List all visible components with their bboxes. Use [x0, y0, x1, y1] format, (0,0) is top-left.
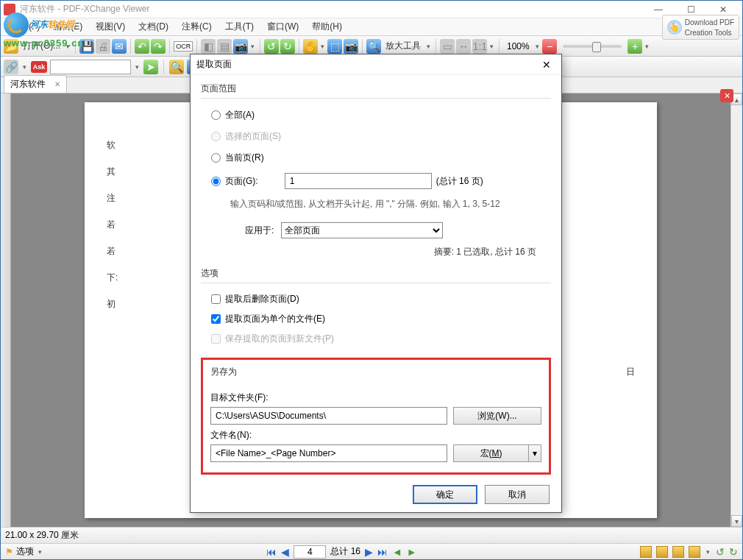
select-icon[interactable]: ⬚ — [327, 39, 342, 54]
save-as-highlight: 另存为 目标文件夹(F): 浏览(W)... 文件名(N): 宏(M) ▾ — [201, 358, 551, 475]
extract-pages-dialog: 提取页面 ✕ 页面范围 全部(A) 选择的页面(S) 当前页(R) 页面(G):… — [190, 54, 562, 513]
zoom-out-icon[interactable]: − — [542, 39, 557, 54]
scroll-down-icon[interactable]: ▾ — [731, 515, 742, 527]
nav-back-icon[interactable]: ◄ — [392, 546, 402, 558]
titlebar: 河东软件 - PDF-XChange Viewer — ☐ ✕ — [1, 1, 742, 18]
ok-button[interactable]: 确定 — [413, 485, 477, 504]
dialog-close-button[interactable]: ✕ — [538, 57, 555, 72]
tool-icon-2[interactable]: ▤ — [217, 39, 232, 54]
radio-pages-row: 页面(G): (总计 16 页) — [201, 169, 551, 194]
snapshot-icon[interactable]: 📷 — [233, 39, 248, 54]
save-icon[interactable]: 💾 — [79, 39, 94, 54]
tab-active[interactable]: 河东软件 ✕ — [4, 75, 67, 93]
menu-window[interactable]: 窗口(W) — [261, 18, 305, 35]
last-page-icon[interactable]: ⏭ — [377, 546, 388, 558]
cancel-button[interactable]: 取消 — [485, 485, 550, 504]
browse-button[interactable]: 浏览(W)... — [453, 407, 541, 425]
menu-edit[interactable]: 编辑(E) — [47, 18, 88, 35]
layout-facing-icon[interactable] — [672, 546, 684, 558]
redo-icon[interactable]: ↷ — [151, 39, 166, 54]
window-title: 河东软件 - PDF-XChange Viewer — [20, 3, 642, 15]
search-input[interactable] — [50, 60, 131, 74]
search-go-icon[interactable]: ➤ — [143, 60, 158, 74]
camera-icon[interactable]: 📷 — [344, 39, 358, 54]
zoom-in-icon[interactable]: + — [628, 39, 642, 54]
macro-dropdown[interactable]: ▾ — [528, 444, 541, 462]
pages-input[interactable] — [285, 173, 432, 189]
apply-label: 应用于: — [245, 224, 274, 237]
radio-all[interactable]: 全部(A) — [201, 104, 551, 126]
left-sidebar[interactable] — [1, 93, 11, 527]
apply-select[interactable]: 全部页面 — [281, 222, 443, 238]
filename-label: 文件名(N): — [210, 425, 541, 444]
tab-close-icon[interactable]: ✕ — [54, 80, 60, 88]
page-range-legend: 页面范围 — [201, 82, 551, 99]
rotate-ccw-icon[interactable]: ↺ — [716, 546, 725, 558]
layout-single-icon[interactable] — [640, 546, 652, 558]
menu-help[interactable]: 帮助(H) — [306, 18, 348, 35]
folder-label: 目标文件夹(F): — [210, 387, 541, 407]
dialog-title: 提取页面 — [196, 58, 232, 71]
layout-continuous-icon[interactable] — [656, 546, 668, 558]
rotate-right-icon[interactable]: ↻ — [280, 39, 295, 54]
page-number-input[interactable] — [294, 545, 326, 559]
open-button[interactable]: 打开(O)... — [20, 40, 63, 52]
open-icon[interactable]: 📂 — [4, 39, 18, 54]
page-dimensions: 21.00 x 29.70 厘米 — [5, 529, 79, 542]
hand-icon[interactable]: ✋ — [303, 39, 318, 54]
check-save-new: 保存提取的页面到新文件(P) — [201, 329, 551, 349]
fit-width-icon[interactable]: ↔ — [456, 39, 471, 54]
layout-facing-cont-icon[interactable] — [689, 546, 700, 558]
app-icon — [4, 4, 15, 15]
undo-icon[interactable]: ↶ — [135, 39, 149, 54]
ocr-button[interactable]: OCR — [174, 41, 193, 52]
options-button[interactable]: 选项 — [16, 545, 34, 558]
rotate-left-icon[interactable]: ↺ — [264, 39, 279, 54]
zoom-tool-icon[interactable]: 🔍 — [366, 39, 381, 54]
menu-document[interactable]: 文档(D) — [132, 18, 174, 35]
tool-icon-1[interactable]: ◧ — [201, 39, 216, 54]
saveas-legend: 另存为 — [210, 366, 541, 381]
menu-comment[interactable]: 注释(C) — [176, 18, 218, 35]
menu-view[interactable]: 视图(V) — [90, 18, 131, 35]
page-total: 总计 16 — [330, 545, 360, 558]
actual-size-icon[interactable]: 1:1 — [472, 39, 487, 54]
radio-selected: 选择的页面(S) — [201, 126, 551, 147]
range-summary: 摘要: 1 已选取, 总计 16 页 — [201, 243, 551, 258]
zoom-value[interactable]: 100% — [503, 41, 533, 52]
download-icon: 👆 — [667, 20, 682, 35]
menu-tools[interactable]: 工具(T) — [219, 18, 260, 35]
radio-current[interactable]: 当前页(R) — [201, 147, 551, 169]
download-pdf-tools-button[interactable]: 👆 Download PDFCreation Tools — [662, 15, 739, 40]
close-doc-icon[interactable]: ✕ — [720, 89, 733, 102]
check-delete-after[interactable]: 提取后删除页面(D) — [201, 289, 551, 309]
check-separate-files[interactable]: 提取页面为单个的文件(E) — [201, 309, 551, 329]
email-icon[interactable]: ✉ — [112, 39, 127, 54]
navigation-bar: ⚑ 选项▾ ⏮ ◀ 总计 16 ▶ ⏭ ◄ ► ▾ ↺ ↻ — [1, 543, 742, 559]
print-icon[interactable]: 🖨 — [96, 39, 110, 54]
folder-input[interactable] — [210, 407, 447, 425]
next-page-icon[interactable]: ▶ — [365, 546, 373, 558]
status-bar: 21.00 x 29.70 厘米 — [1, 527, 742, 543]
zoom-slider[interactable] — [563, 45, 622, 48]
rotate-cw-icon[interactable]: ↻ — [729, 546, 738, 558]
find-icon[interactable]: 🔍 — [169, 60, 184, 74]
fit-page-icon[interactable]: ▭ — [440, 39, 455, 54]
first-page-icon[interactable]: ⏮ — [266, 546, 277, 558]
pages-hint: 输入页码和/或范围, 从文档开头计起, 用 "," 分隔. 例如, 输入 1, … — [201, 194, 551, 215]
flag-icon[interactable]: ⚑ — [5, 547, 13, 557]
tab-label: 河东软件 — [10, 78, 46, 91]
dialog-titlebar: 提取页面 ✕ — [191, 54, 561, 75]
link-icon[interactable]: 🔗 — [4, 60, 18, 74]
prev-page-icon[interactable]: ◀ — [281, 546, 289, 558]
nav-fwd-icon[interactable]: ► — [407, 546, 417, 558]
macro-button[interactable]: 宏(M) — [453, 444, 528, 462]
zoom-tool-label[interactable]: 放大工具 — [383, 40, 424, 52]
menu-file[interactable]: 文件(F) — [5, 18, 46, 35]
open-dropdown[interactable]: ▾ — [65, 43, 71, 50]
vertical-scrollbar[interactable]: ▴ ▾ — [730, 93, 742, 527]
menubar: 文件(F) 编辑(E) 视图(V) 文档(D) 注释(C) 工具(T) 窗口(W… — [1, 18, 742, 36]
filename-input[interactable] — [210, 444, 447, 462]
radio-pages[interactable] — [211, 177, 221, 186]
options-legend: 选项 — [201, 267, 551, 283]
